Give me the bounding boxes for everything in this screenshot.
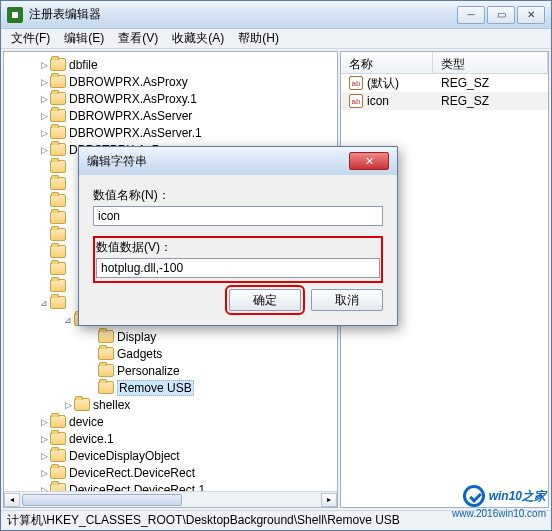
tree-node[interactable]: Gadgets: [4, 345, 335, 362]
dialog-body: 数值名称(N)： 数值数据(V)： 确定 取消: [79, 175, 397, 325]
highlight-box: 数值数据(V)：: [93, 236, 383, 283]
tree-node[interactable]: ▷device.1: [4, 430, 335, 447]
menu-help[interactable]: 帮助(H): [232, 28, 285, 49]
folder-icon: [50, 228, 66, 241]
folder-icon: [50, 211, 66, 224]
dialog-title: 编辑字符串: [87, 153, 147, 170]
string-value-icon: ab: [349, 76, 363, 90]
tree-label: DBROWPRX.AsProxy: [69, 75, 188, 89]
tree-label: device.1: [69, 432, 114, 446]
col-type[interactable]: 类型: [433, 52, 548, 73]
expander-icon[interactable]: ⊿: [38, 298, 50, 308]
folder-icon: [50, 296, 66, 309]
folder-icon: [98, 364, 114, 377]
cancel-button[interactable]: 取消: [311, 289, 383, 311]
tree-node[interactable]: ▷DBROWPRX.AsServer.1: [4, 124, 335, 141]
expander-icon[interactable]: ⊿: [62, 315, 74, 325]
maximize-button[interactable]: ▭: [487, 6, 515, 24]
folder-icon: [50, 109, 66, 122]
close-button[interactable]: ✕: [517, 6, 545, 24]
tree-hscroll[interactable]: ◂ ▸: [4, 491, 337, 507]
folder-icon: [50, 75, 66, 88]
menu-file[interactable]: 文件(F): [5, 28, 56, 49]
dialog-close-button[interactable]: ✕: [349, 152, 389, 170]
tree-label: Display: [117, 330, 156, 344]
watermark-url: www.2016win10.com: [452, 508, 546, 519]
data-input[interactable]: [96, 258, 380, 278]
list-row[interactable]: ab(默认)REG_SZ: [341, 74, 548, 92]
name-label: 数值名称(N)：: [93, 187, 383, 204]
watermark-icon: [463, 485, 485, 507]
tree-label: DBROWPRX.AsProxy.1: [69, 92, 197, 106]
expander-icon[interactable]: ▷: [38, 145, 50, 155]
string-value-icon: ab: [349, 94, 363, 108]
scroll-right-button[interactable]: ▸: [321, 493, 337, 507]
tree-node[interactable]: ▷DBROWPRX.AsProxy: [4, 73, 335, 90]
folder-icon: [50, 432, 66, 445]
tree-node[interactable]: ▷DBROWPRX.AsProxy.1: [4, 90, 335, 107]
titlebar[interactable]: 注册表编辑器 ─ ▭ ✕: [1, 1, 551, 29]
tree-node[interactable]: ▷DeviceDisplayObject: [4, 447, 335, 464]
tree-label: Remove USB: [117, 380, 194, 396]
tree-node[interactable]: ▷DeviceRect.DeviceRect: [4, 464, 335, 481]
expander-icon[interactable]: ▷: [38, 128, 50, 138]
expander-icon[interactable]: ▷: [38, 451, 50, 461]
dialog-titlebar[interactable]: 编辑字符串 ✕: [79, 147, 397, 175]
tree-label: DBROWPRX.AsServer.1: [69, 126, 202, 140]
watermark: win10之家 www.2016win10.com: [463, 485, 546, 507]
name-input[interactable]: [93, 206, 383, 226]
scroll-left-button[interactable]: ◂: [4, 493, 20, 507]
folder-icon: [50, 262, 66, 275]
tree-node[interactable]: Display: [4, 328, 335, 345]
expander-icon[interactable]: ▷: [38, 111, 50, 121]
tree-node[interactable]: ▷device: [4, 413, 335, 430]
window-buttons: ─ ▭ ✕: [457, 6, 545, 24]
folder-icon: [50, 92, 66, 105]
tree-label: shellex: [93, 398, 130, 412]
folder-icon: [50, 415, 66, 428]
tree-label: dbfile: [69, 58, 98, 72]
folder-icon: [50, 160, 66, 173]
folder-icon: [98, 381, 114, 394]
expander-icon[interactable]: ▷: [38, 434, 50, 444]
scroll-track[interactable]: [20, 493, 321, 507]
expander-icon[interactable]: ▷: [38, 94, 50, 104]
folder-icon: [50, 58, 66, 71]
value-type: REG_SZ: [433, 93, 497, 109]
folder-icon: [50, 279, 66, 292]
tree-node[interactable]: ▷DBROWPRX.AsServer: [4, 107, 335, 124]
list-header: 名称 类型: [341, 52, 548, 74]
menubar: 文件(F) 编辑(E) 查看(V) 收藏夹(A) 帮助(H): [1, 29, 551, 49]
list-row[interactable]: abiconREG_SZ: [341, 92, 548, 110]
folder-icon: [98, 347, 114, 360]
folder-icon: [50, 126, 66, 139]
menu-view[interactable]: 查看(V): [112, 28, 164, 49]
folder-icon: [74, 398, 90, 411]
app-icon: [7, 7, 23, 23]
expander-icon[interactable]: ▷: [62, 400, 74, 410]
folder-icon: [50, 245, 66, 258]
edit-string-dialog: 编辑字符串 ✕ 数值名称(N)： 数值数据(V)： 确定 取消: [78, 146, 398, 326]
tree-node[interactable]: ▷shellex: [4, 396, 335, 413]
minimize-button[interactable]: ─: [457, 6, 485, 24]
folder-icon: [50, 177, 66, 190]
expander-icon[interactable]: ▷: [38, 60, 50, 70]
menu-edit[interactable]: 编辑(E): [58, 28, 110, 49]
col-name[interactable]: 名称: [341, 52, 433, 73]
expander-icon[interactable]: ▷: [38, 468, 50, 478]
tree-label: DeviceRect.DeviceRect: [69, 466, 195, 480]
status-path: 计算机\HKEY_CLASSES_ROOT\DesktopBackground\…: [7, 512, 400, 529]
ok-button[interactable]: 确定: [229, 289, 301, 311]
scroll-thumb[interactable]: [22, 494, 182, 506]
tree-node[interactable]: ▷dbfile: [4, 56, 335, 73]
value-name: (默认): [367, 75, 399, 92]
tree-node[interactable]: Personalize: [4, 362, 335, 379]
window-title: 注册表编辑器: [29, 6, 101, 23]
tree-label: Personalize: [117, 364, 180, 378]
expander-icon[interactable]: ▷: [38, 417, 50, 427]
folder-icon: [50, 466, 66, 479]
tree-node[interactable]: Remove USB: [4, 379, 335, 396]
dialog-buttons: 确定 取消: [93, 289, 383, 311]
expander-icon[interactable]: ▷: [38, 77, 50, 87]
menu-favorites[interactable]: 收藏夹(A): [166, 28, 230, 49]
